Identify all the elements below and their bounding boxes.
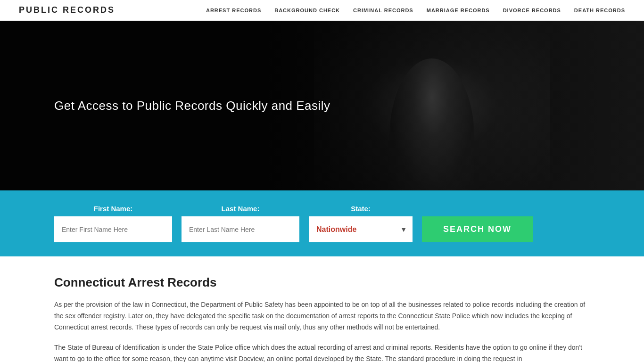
last-name-field: Last Name:	[182, 205, 299, 242]
nav-arrest-records[interactable]: ARREST RECORDS	[206, 8, 261, 13]
site-logo: PUBLIC RECORDS	[19, 5, 115, 15]
state-label: State:	[309, 205, 413, 213]
first-name-label: First Name:	[54, 205, 172, 213]
last-name-label: Last Name:	[182, 205, 299, 213]
main-nav: ARREST RECORDS BACKGROUND CHECK CRIMINAL…	[206, 8, 625, 13]
content-paragraph-1: As per the provision of the law in Conne…	[54, 299, 590, 333]
nav-criminal-records[interactable]: CRIMINAL RECORDS	[353, 8, 413, 13]
content-paragraph-2: The State of Bureau of Identification is…	[54, 342, 590, 362]
nav-marriage-records[interactable]: MARRIAGE RECORDS	[427, 8, 490, 13]
first-name-input[interactable]	[54, 216, 172, 242]
hero-section: Get Access to Public Records Quickly and…	[0, 21, 644, 190]
nav-divorce-records[interactable]: DIVORCE RECORDS	[503, 8, 561, 13]
search-now-button[interactable]: SEARCH NOW	[422, 216, 533, 242]
state-select[interactable]: Nationwide Alabama Alaska Arizona Arkans…	[309, 216, 413, 242]
nav-death-records[interactable]: DEATH RECORDS	[574, 8, 625, 13]
first-name-field: First Name:	[54, 205, 172, 242]
search-bar: First Name: Last Name: State: Nationwide…	[0, 190, 644, 256]
hero-content: Get Access to Public Records Quickly and…	[0, 99, 330, 113]
nav-background-check[interactable]: BACKGROUND CHECK	[274, 8, 340, 13]
state-select-wrapper: Nationwide Alabama Alaska Arizona Arkans…	[309, 216, 413, 242]
content-heading: Connecticut Arrest Records	[54, 275, 590, 290]
last-name-input[interactable]	[182, 216, 299, 242]
site-header: PUBLIC RECORDS ARREST RECORDS BACKGROUND…	[0, 0, 644, 21]
main-content: Connecticut Arrest Records As per the pr…	[0, 256, 644, 362]
hero-title: Get Access to Public Records Quickly and…	[54, 99, 330, 113]
state-field: State: Nationwide Alabama Alaska Arizona…	[309, 205, 413, 242]
